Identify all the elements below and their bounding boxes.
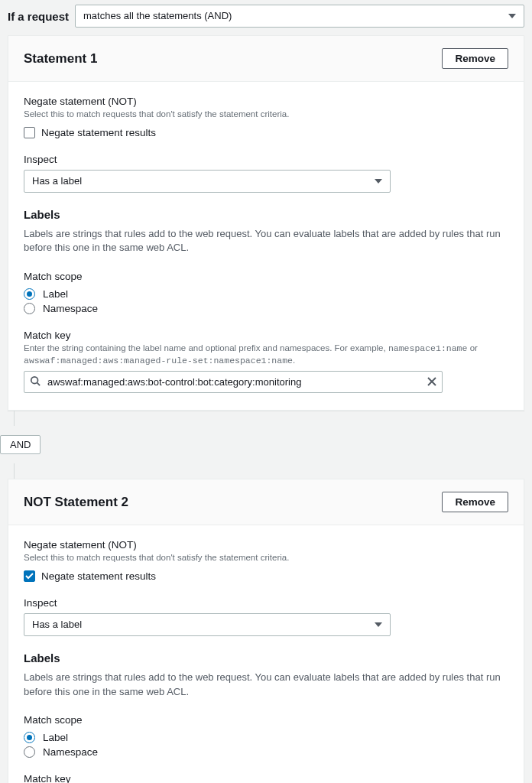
negate-hint: Select this to match requests that don't…: [24, 109, 508, 121]
labels-title: Labels: [24, 208, 508, 221]
match-key-section: Match key Enter the string containing th…: [24, 330, 508, 393]
inspect-select[interactable]: Has a label: [24, 613, 391, 636]
inspect-select-value: Has a label: [32, 175, 82, 187]
search-icon: [30, 375, 41, 389]
remove-button[interactable]: Remove: [442, 492, 508, 512]
statement-1-title: Statement 1: [24, 51, 97, 67]
negate-checkbox-label: Negate statement results: [41, 570, 156, 582]
negate-hint: Select this to match requests that don't…: [24, 552, 508, 564]
match-key-label: Match key: [24, 330, 508, 341]
match-scope-section: Match scope Label Namespace: [24, 271, 508, 314]
inspect-section: Inspect Has a label: [24, 154, 508, 193]
if-request-label: If a request: [8, 10, 69, 23]
statement-2-title: NOT Statement 2: [24, 495, 128, 510]
match-scope-option-namespace: Namespace: [43, 303, 98, 314]
labels-desc: Labels are strings that rules add to the…: [24, 227, 508, 256]
match-key-input[interactable]: [24, 371, 443, 393]
statement-2-panel: NOT Statement 2 Remove Negate statement …: [8, 479, 524, 783]
inspect-label: Inspect: [24, 597, 508, 609]
remove-button[interactable]: Remove: [442, 48, 508, 69]
statement-2-header: NOT Statement 2 Remove: [8, 479, 524, 525]
if-request-select[interactable]: matches all the statements (AND): [75, 5, 524, 28]
inspect-section: Inspect Has a label: [24, 597, 508, 636]
svg-line-1: [37, 382, 41, 385]
match-scope-option-label: Label: [43, 732, 68, 743]
match-scope-option-label: Label: [43, 288, 68, 300]
clear-icon[interactable]: [427, 375, 436, 389]
negate-checkbox[interactable]: [24, 570, 35, 582]
negate-title: Negate statement (NOT): [24, 539, 508, 551]
match-key-hint: Enter the string containing the label na…: [24, 343, 508, 366]
inspect-select-value: Has a label: [32, 619, 82, 630]
match-scope-section: Match scope Label Namespace: [24, 714, 508, 758]
caret-down-icon: [375, 622, 382, 627]
negate-section: Negate statement (NOT) Select this to ma…: [24, 539, 508, 582]
match-scope-radio-namespace[interactable]: [24, 303, 35, 314]
caret-down-icon: [508, 14, 516, 18]
negate-section: Negate statement (NOT) Select this to ma…: [24, 96, 508, 138]
match-scope-radio-label[interactable]: [24, 732, 35, 743]
labels-section: Labels Labels are strings that rules add…: [24, 208, 508, 256]
if-request-row: If a request matches all the statements …: [8, 5, 524, 28]
inspect-select[interactable]: Has a label: [24, 170, 391, 193]
match-scope-option-namespace: Namespace: [43, 746, 98, 758]
and-pill: AND: [0, 435, 41, 454]
negate-checkbox-label: Negate statement results: [41, 127, 156, 138]
caret-down-icon: [375, 179, 382, 184]
match-scope-label: Match scope: [24, 271, 508, 282]
connector: AND: [8, 411, 524, 479]
match-key-label: Match key: [24, 773, 508, 783]
inspect-label: Inspect: [24, 154, 508, 165]
svg-point-0: [31, 376, 38, 383]
labels-desc: Labels are strings that rules add to the…: [24, 671, 508, 700]
match-scope-radio-label[interactable]: [24, 288, 35, 300]
statement-1-header: Statement 1 Remove: [8, 36, 524, 82]
labels-section: Labels Labels are strings that rules add…: [24, 651, 508, 700]
match-scope-label: Match scope: [24, 714, 508, 726]
negate-checkbox[interactable]: [24, 127, 35, 138]
match-scope-radio-namespace[interactable]: [24, 746, 35, 758]
negate-title: Negate statement (NOT): [24, 96, 508, 107]
statement-1-panel: Statement 1 Remove Negate statement (NOT…: [8, 35, 524, 411]
labels-title: Labels: [24, 651, 508, 664]
if-request-select-value: matches all the statements (AND): [83, 10, 232, 21]
match-key-section: Match key Enter the string containing th…: [24, 773, 508, 783]
